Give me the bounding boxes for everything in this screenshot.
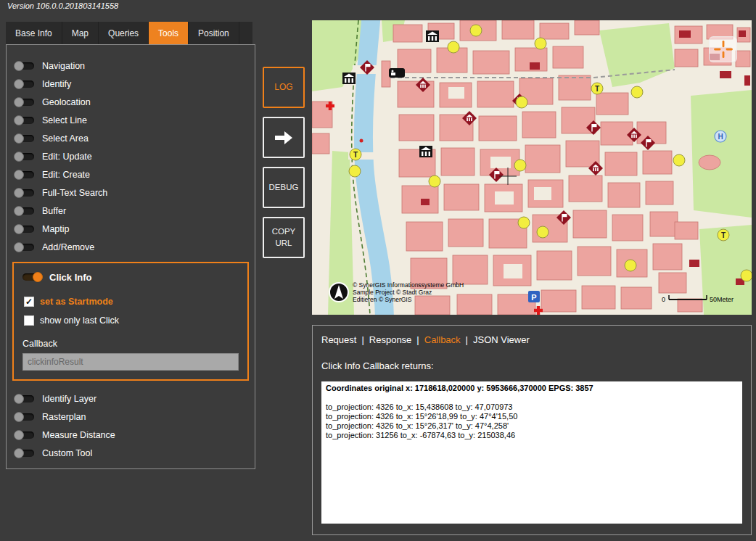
- output-tab-response[interactable]: Response: [369, 334, 412, 345]
- output-tab-request[interactable]: Request: [321, 334, 356, 345]
- tab-separator: [411, 334, 424, 345]
- debug-button[interactable]: DEBUG: [263, 167, 305, 208]
- toggle-switch[interactable]: [15, 99, 34, 106]
- checkbox-unchecked-icon[interactable]: [24, 315, 34, 326]
- output-tabbar: Request Response Callback JSON Viewer: [321, 334, 742, 345]
- toggle-switch[interactable]: [15, 244, 34, 251]
- tool-label: Add/Remove: [42, 242, 94, 252]
- tool-label: Maptip: [42, 224, 70, 234]
- tab-base-info[interactable]: Base Info: [6, 22, 62, 44]
- svg-text:© SynerGIS Informationssysteme: © SynerGIS Informationssysteme GmbH: [353, 281, 464, 289]
- tool-row-identify[interactable]: Identify: [7, 75, 255, 93]
- svg-text:Editieren © SynerGIS: Editieren © SynerGIS: [353, 296, 412, 303]
- tool-label: Edit: Update: [42, 152, 92, 162]
- toggle-switch-on[interactable]: [22, 273, 41, 281]
- toggle-switch[interactable]: [15, 413, 34, 421]
- arrow-right-icon: [273, 128, 295, 148]
- tool-row-custom-tool[interactable]: Custom Tool: [7, 444, 255, 462]
- output-heading: Click Info Callback returns:: [321, 360, 742, 371]
- tool-row-select-line[interactable]: Select Line: [7, 111, 255, 129]
- toggle-switch[interactable]: [15, 80, 34, 88]
- tool-row-buffer[interactable]: Buffer: [7, 202, 255, 220]
- checkbox-checked-icon[interactable]: [24, 297, 34, 307]
- pan-tool-button[interactable]: [709, 36, 737, 62]
- tool-row-full-text-search[interactable]: Full-Text Search: [7, 183, 255, 202]
- tool-row-edit-update[interactable]: Edit: Update: [7, 147, 255, 165]
- tool-label: Select Line: [42, 115, 87, 125]
- startmode-label: set as Startmode: [40, 297, 113, 307]
- toggle-switch[interactable]: [15, 189, 34, 197]
- toggle-switch[interactable]: [15, 135, 34, 142]
- tool-label: Measure Distance: [42, 430, 115, 440]
- output-tab-callback[interactable]: Callback: [424, 334, 461, 345]
- svg-text:P: P: [531, 293, 536, 302]
- toggle-knob: [33, 272, 43, 282]
- log-button[interactable]: LOG: [263, 67, 305, 108]
- tab-map[interactable]: Map: [62, 22, 99, 44]
- tool-label: Navigation: [42, 61, 85, 71]
- output-tab-json-viewer[interactable]: JSON Viewer: [473, 334, 530, 345]
- toggle-switch[interactable]: [15, 226, 34, 233]
- toggle-switch[interactable]: [15, 153, 34, 160]
- tool-row-identify-layer[interactable]: Identify Layer: [7, 389, 255, 408]
- callback-input[interactable]: [22, 353, 239, 371]
- toggle-switch[interactable]: [15, 171, 34, 178]
- toggle-knob: [14, 448, 24, 458]
- parking-icon: P: [528, 291, 540, 302]
- map-graphic: T T T H P © S: [312, 20, 752, 315]
- toggle-knob: [14, 133, 24, 144]
- tool-row-rasterplan[interactable]: Rasterplan: [7, 408, 255, 426]
- svg-text:50Meter: 50Meter: [710, 296, 734, 303]
- toggle-knob: [14, 188, 24, 198]
- tab-position[interactable]: Position: [189, 22, 239, 44]
- svg-text:Sample Project © Stadt Graz: Sample Project © Stadt Graz: [353, 289, 432, 296]
- svg-text:T: T: [721, 231, 726, 239]
- last-click-checkbox-row[interactable]: show only last Click: [22, 314, 239, 327]
- pan-crosshair-icon: [712, 39, 734, 59]
- output-line: to_projection: 4326 to_x: 15°26'18,99 to…: [326, 412, 738, 421]
- toggle-switch[interactable]: [15, 395, 34, 402]
- output-line: to_projection: 31256 to_x: -67874,63 to_…: [326, 431, 738, 440]
- map-view[interactable]: T T T H P © S: [312, 20, 752, 315]
- toggle-switch[interactable]: [15, 207, 34, 215]
- tool-row-geolocation[interactable]: Geolocation: [7, 93, 255, 111]
- tool-row-click-info[interactable]: Click Info: [22, 269, 239, 285]
- svg-text:T: T: [353, 151, 358, 159]
- toggle-knob: [14, 115, 24, 125]
- tool-row-add-remove[interactable]: Add/Remove: [7, 238, 255, 256]
- startmode-checkbox-row[interactable]: set as Startmode: [22, 295, 239, 308]
- toggle-knob: [14, 394, 24, 404]
- toggle-switch[interactable]: [15, 117, 34, 124]
- toggle-knob: [14, 79, 24, 89]
- main-tabbar: Base Info Map Queries Tools Position: [6, 22, 252, 44]
- hotel-icon: [389, 68, 405, 78]
- svg-text:0: 0: [662, 296, 665, 303]
- toggle-knob: [14, 152, 24, 162]
- toggle-knob: [14, 224, 24, 234]
- compass-icon: [329, 283, 348, 302]
- output-line: to_projection: 4326 to_x: 15°26,317' to_…: [326, 421, 738, 431]
- tool-row-measure-distance[interactable]: Measure Distance: [7, 426, 255, 444]
- toggle-knob: [14, 412, 24, 422]
- toggle-switch[interactable]: [15, 62, 34, 70]
- tab-queries[interactable]: Queries: [99, 22, 149, 44]
- toggle-switch[interactable]: [15, 450, 34, 457]
- tool-label: Rasterplan: [42, 412, 86, 422]
- tool-label: Edit: Create: [42, 170, 90, 180]
- output-panel: Request Response Callback JSON Viewer Cl…: [312, 325, 752, 535]
- output-line: Coordinates original x: 1718618,020000 y…: [326, 384, 738, 393]
- callback-output-box[interactable]: Coordinates original x: 1718618,020000 y…: [321, 381, 742, 524]
- tool-row-select-area[interactable]: Select Area: [7, 129, 255, 147]
- version-label: Version 106.0.0.201803141558: [7, 1, 118, 10]
- toggle-switch[interactable]: [15, 431, 34, 439]
- tab-separator: [356, 334, 369, 345]
- copy-url-button[interactable]: COPY URL: [263, 217, 305, 258]
- toggle-knob: [14, 430, 24, 440]
- svg-text:H: H: [718, 133, 723, 141]
- tab-tools[interactable]: Tools: [149, 22, 189, 44]
- tool-row-maptip[interactable]: Maptip: [7, 220, 255, 238]
- toggle-knob: [14, 242, 24, 252]
- run-arrow-button[interactable]: [263, 117, 305, 158]
- tool-row-edit-create[interactable]: Edit: Create: [7, 165, 255, 183]
- tool-row-navigation[interactable]: Navigation: [7, 57, 255, 75]
